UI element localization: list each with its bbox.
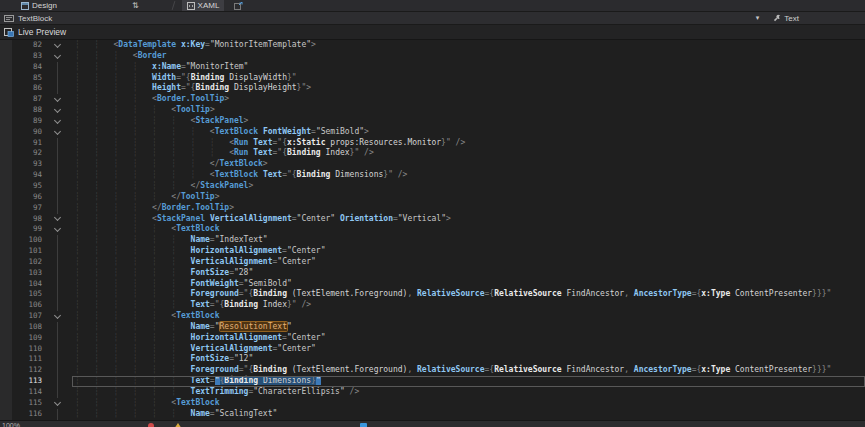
code-text[interactable]: ┆ ┆ ┆ ┆ ┆ ┆ FontSize="28" bbox=[72, 268, 865, 279]
code-text[interactable]: ┆ ┆ ┆ ┆ ┆ ┆ </StackPanel> bbox=[72, 181, 865, 192]
fold-collapse-icon[interactable] bbox=[42, 94, 72, 105]
code-line[interactable]: 97┆ ┆ ┆ ┆ </Border.ToolTip> bbox=[0, 203, 865, 214]
code-text[interactable]: ┆ ┆ ┆ ┆ ┆ ┆ ┆ ┆ <Run Text="{Binding Inde… bbox=[72, 148, 865, 159]
code-editor[interactable]: 82┆ ┆ <DataTemplate x:Key="MonitorItemTe… bbox=[0, 40, 865, 420]
code-text[interactable]: ┆ ┆ ┆ ┆ ┆ ┆ FontSize="12" bbox=[72, 354, 865, 365]
code-line[interactable]: 116┆ ┆ ┆ ┆ ┆ ┆ Name="ScalingText" bbox=[0, 409, 865, 420]
code-line[interactable]: 100┆ ┆ ┆ ┆ ┆ ┆ Name="IndexText" bbox=[0, 235, 865, 246]
breadcrumb-dropdown-icon[interactable]: ▾ bbox=[756, 14, 760, 22]
code-text[interactable]: ┆ ┆ ┆ ┆ Width="{Binding DisplayWidth}" bbox=[72, 73, 865, 84]
fold-collapse-icon[interactable] bbox=[42, 398, 72, 409]
indicator-margin bbox=[0, 257, 12, 268]
code-line[interactable]: 109┆ ┆ ┆ ┆ ┆ ┆ HorizontalAlignment="Cent… bbox=[0, 333, 865, 344]
code-line[interactable]: 102┆ ┆ ┆ ┆ ┆ ┆ VerticalAlignment="Center… bbox=[0, 257, 865, 268]
code-text[interactable]: ┆ ┆ ┆ <Border bbox=[72, 51, 865, 62]
warning-icon[interactable] bbox=[174, 423, 182, 427]
code-line[interactable]: 101┆ ┆ ┆ ┆ ┆ ┆ HorizontalAlignment="Cent… bbox=[0, 246, 865, 257]
code-line[interactable]: 86┆ ┆ ┆ ┆ Height="{Binding DisplayHeight… bbox=[0, 83, 865, 94]
code-line[interactable]: 93┆ ┆ ┆ ┆ ┆ ┆ ┆ </TextBlock> bbox=[0, 159, 865, 170]
code-text[interactable]: ┆ ┆ ┆ ┆ ┆ ┆ HorizontalAlignment="Center" bbox=[72, 246, 865, 257]
code-line[interactable]: 85┆ ┆ ┆ ┆ Width="{Binding DisplayWidth}" bbox=[0, 73, 865, 84]
code-text[interactable]: ┆ ┆ ┆ ┆ ┆ ┆ HorizontalAlignment="Center" bbox=[72, 333, 865, 344]
code-text[interactable]: ┆ ┆ ┆ ┆ ┆ ┆ VerticalAlignment="Center" bbox=[72, 257, 865, 268]
code-text[interactable]: ┆ ┆ ┆ ┆ ┆ ┆ ┆ <TextBlock Text="{Binding … bbox=[72, 170, 865, 181]
code-line[interactable]: 104┆ ┆ ┆ ┆ ┆ ┆ FontWeight="SemiBold" bbox=[0, 279, 865, 290]
panel-icon[interactable] bbox=[360, 423, 367, 427]
live-preview-header[interactable]: Live Preview bbox=[0, 25, 865, 40]
code-line[interactable]: 108┆ ┆ ┆ ┆ ┆ ┆ Name="ResolutionText" bbox=[0, 322, 865, 333]
code-line[interactable]: 99┆ ┆ ┆ ┆ ┆ <TextBlock bbox=[0, 224, 865, 235]
code-line[interactable]: 88┆ ┆ ┆ ┆ ┆ <ToolTip> bbox=[0, 105, 865, 116]
line-number: 98 bbox=[12, 214, 42, 225]
code-text[interactable]: ┆ ┆ ┆ ┆ ┆ ┆ Text="{Binding Index}" /> bbox=[72, 300, 865, 311]
code-line[interactable]: 107┆ ┆ ┆ ┆ ┆ <TextBlock bbox=[0, 311, 865, 322]
code-line[interactable]: 105┆ ┆ ┆ ┆ ┆ ┆ Foreground="{Binding (Tex… bbox=[0, 289, 865, 300]
code-line[interactable]: 115┆ ┆ ┆ ┆ ┆ <TextBlock bbox=[0, 398, 865, 409]
code-line[interactable]: 89┆ ┆ ┆ ┆ ┆ ┆ <StackPanel> bbox=[0, 116, 865, 127]
fold-collapse-icon[interactable] bbox=[42, 105, 72, 116]
code-text[interactable]: ┆ ┆ ┆ ┆ ┆ ┆ Text="{Binding Dimensions}" bbox=[72, 376, 865, 387]
code-line[interactable]: 96┆ ┆ ┆ ┆ ┆ </ToolTip> bbox=[0, 192, 865, 203]
code-line[interactable]: 112┆ ┆ ┆ ┆ ┆ ┆ Foreground="{Binding (Tex… bbox=[0, 365, 865, 376]
code-line[interactable]: 114┆ ┆ ┆ ┆ ┆ ┆ TextTrimming="CharacterEl… bbox=[0, 387, 865, 398]
code-line[interactable]: 91┆ ┆ ┆ ┆ ┆ ┆ ┆ ┆ <Run Text="{x:Static p… bbox=[0, 138, 865, 149]
code-text[interactable]: ┆ ┆ ┆ ┆ ┆ ┆ Foreground="{Binding (TextEl… bbox=[72, 365, 865, 376]
code-text[interactable]: ┆ ┆ ┆ ┆ Height="{Binding DisplayHeight}"… bbox=[72, 83, 865, 94]
code-line[interactable]: 110┆ ┆ ┆ ┆ ┆ ┆ VerticalAlignment="Center… bbox=[0, 344, 865, 355]
fold-collapse-icon[interactable] bbox=[42, 51, 72, 62]
code-text[interactable]: ┆ ┆ ┆ ┆ <Border.ToolTip> bbox=[72, 94, 865, 105]
code-text[interactable]: ┆ ┆ ┆ ┆ ┆ ┆ Name="ScalingText" bbox=[72, 409, 865, 420]
code-text[interactable]: ┆ ┆ ┆ ┆ ┆ <ToolTip> bbox=[72, 105, 865, 116]
code-text[interactable]: ┆ ┆ ┆ ┆ ┆ <TextBlock bbox=[72, 224, 865, 235]
code-text[interactable]: ┆ ┆ ┆ ┆ <StackPanel VerticalAlignment="C… bbox=[72, 214, 865, 225]
code-text[interactable]: ┆ ┆ ┆ ┆ ┆ ┆ <StackPanel> bbox=[72, 116, 865, 127]
code-text[interactable]: ┆ ┆ ┆ ┆ ┆ ┆ ┆ <TextBlock FontWeight="Sem… bbox=[72, 127, 865, 138]
active-tool[interactable]: Text bbox=[773, 14, 799, 23]
fold-collapse-icon[interactable] bbox=[42, 116, 72, 127]
code-line[interactable]: 98┆ ┆ ┆ ┆ <StackPanel VerticalAlignment=… bbox=[0, 214, 865, 225]
fold-collapse-icon[interactable] bbox=[42, 40, 72, 51]
fold-collapse-icon[interactable] bbox=[42, 224, 72, 235]
code-line[interactable]: 87┆ ┆ ┆ ┆ <Border.ToolTip> bbox=[0, 94, 865, 105]
error-icon[interactable] bbox=[148, 423, 154, 427]
breadcrumb[interactable]: TextBlock bbox=[4, 14, 52, 23]
indicator-margin bbox=[0, 192, 12, 203]
code-line-current[interactable]: 113┆ ┆ ┆ ┆ ┆ ┆ Text="{Binding Dimensions… bbox=[0, 376, 865, 387]
code-text[interactable]: ┆ ┆ ┆ ┆ ┆ ┆ ┆ ┆ <Run Text="{x:Static pro… bbox=[72, 138, 865, 149]
fold-collapse-icon[interactable] bbox=[42, 311, 72, 322]
line-number: 90 bbox=[12, 127, 42, 138]
tab-xaml[interactable]: XAML bbox=[182, 0, 225, 11]
code-text[interactable]: ┆ ┆ ┆ ┆ ┆ ┆ Name="IndexText" bbox=[72, 235, 865, 246]
code-text[interactable]: ┆ ┆ ┆ ┆ x:Name="MonitorItem" bbox=[72, 62, 865, 73]
code-text[interactable]: ┆ ┆ ┆ ┆ ┆ ┆ FontWeight="SemiBold" bbox=[72, 279, 865, 290]
code-line[interactable]: 92┆ ┆ ┆ ┆ ┆ ┆ ┆ ┆ <Run Text="{Binding In… bbox=[0, 148, 865, 159]
code-text[interactable]: ┆ ┆ ┆ ┆ ┆ <TextBlock bbox=[72, 398, 865, 409]
popout-window-icon[interactable] bbox=[234, 2, 243, 10]
code-line[interactable]: 90┆ ┆ ┆ ┆ ┆ ┆ ┆ <TextBlock FontWeight="S… bbox=[0, 127, 865, 138]
indicator-margin bbox=[0, 170, 12, 181]
code-text[interactable]: ┆ ┆ ┆ ┆ </Border.ToolTip> bbox=[72, 203, 865, 214]
code-line[interactable]: 103┆ ┆ ┆ ┆ ┆ ┆ FontSize="28" bbox=[0, 268, 865, 279]
code-text[interactable]: ┆ ┆ ┆ ┆ ┆ ┆ Foreground="{Binding (TextEl… bbox=[72, 289, 865, 300]
code-line[interactable]: 106┆ ┆ ┆ ┆ ┆ ┆ Text="{Binding Index}" /> bbox=[0, 300, 865, 311]
fold-collapse-icon[interactable] bbox=[42, 127, 72, 138]
code-line[interactable]: 111┆ ┆ ┆ ┆ ┆ ┆ FontSize="12" bbox=[0, 354, 865, 365]
code-text[interactable]: ┆ ┆ ┆ ┆ ┆ ┆ Name="ResolutionText" bbox=[72, 322, 865, 333]
zoom-level[interactable]: 100% bbox=[2, 422, 20, 427]
swap-panes-icon[interactable]: ⇅ bbox=[132, 2, 139, 10]
code-line[interactable]: 94┆ ┆ ┆ ┆ ┆ ┆ ┆ <TextBlock Text="{Bindin… bbox=[0, 170, 865, 181]
fold-collapse-icon[interactable] bbox=[42, 214, 72, 225]
code-line[interactable]: 95┆ ┆ ┆ ┆ ┆ ┆ </StackPanel> bbox=[0, 181, 865, 192]
code-text[interactable]: ┆ ┆ <DataTemplate x:Key="MonitorItemTemp… bbox=[72, 40, 865, 51]
code-line[interactable]: 82┆ ┆ <DataTemplate x:Key="MonitorItemTe… bbox=[0, 40, 865, 51]
textblock-control-icon bbox=[4, 15, 14, 22]
tab-design[interactable]: Design bbox=[16, 0, 62, 11]
code-text[interactable]: ┆ ┆ ┆ ┆ ┆ ┆ ┆ </TextBlock> bbox=[72, 159, 865, 170]
code-line[interactable]: 84┆ ┆ ┆ ┆ x:Name="MonitorItem" bbox=[0, 62, 865, 73]
code-text[interactable]: ┆ ┆ ┆ ┆ ┆ ┆ TextTrimming="CharacterEllip… bbox=[72, 387, 865, 398]
code-text[interactable]: ┆ ┆ ┆ ┆ ┆ ┆ VerticalAlignment="Center" bbox=[72, 344, 865, 355]
code-text[interactable]: ┆ ┆ ┆ ┆ ┆ </ToolTip> bbox=[72, 192, 865, 203]
code-line[interactable]: 83┆ ┆ ┆ <Border bbox=[0, 51, 865, 62]
code-text[interactable]: ┆ ┆ ┆ ┆ ┆ <TextBlock bbox=[72, 311, 865, 322]
indicator-margin bbox=[0, 94, 12, 105]
